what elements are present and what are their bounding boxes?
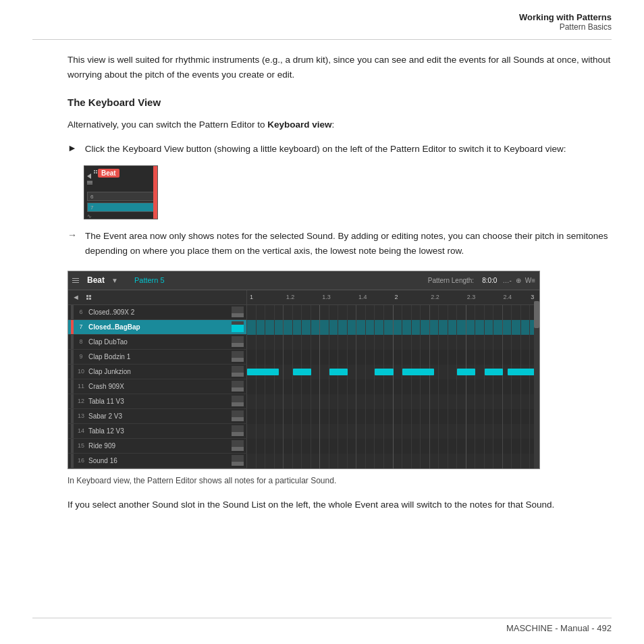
row-name-11: Crash 909X: [88, 383, 227, 390]
be-secondrow: ◄ 1 1.2 1.3 1.4 2: [68, 290, 539, 305]
be-scrollbar-thumb[interactable]: [534, 301, 539, 328]
row-num-15: 15: [76, 442, 86, 449]
row-num-12: 12: [76, 398, 86, 404]
row-vel-6: [232, 306, 244, 317]
row-num-13: 13: [76, 412, 86, 419]
row-strip-14: [71, 424, 74, 438]
result-arrow-icon: →: [68, 230, 77, 240]
result-text: The Event area now only shows notes for …: [85, 229, 612, 258]
row-strip-12: [71, 394, 74, 408]
be-icon-plus[interactable]: ⊕: [516, 277, 521, 284]
row-name-6: Closed..909X 2: [88, 308, 227, 316]
row-left-13: 13Sabar 2 V3: [68, 409, 247, 423]
row-vel-10: [232, 366, 244, 377]
result-item: → The Event area now only shows notes fo…: [68, 229, 612, 258]
row-vel-14: [232, 425, 244, 436]
be-icons-right: …- ⊕ W≡: [502, 277, 535, 284]
snippet-inner: Beat: [84, 165, 158, 219]
page-header: Working with Patterns Pattern Basics: [519, 12, 612, 32]
sound-row-14[interactable]: 14Tabla 12 V3: [68, 424, 539, 439]
row-grid-11: [247, 379, 539, 394]
page-container: Working with Patterns Pattern Basics Thi…: [0, 0, 644, 644]
be-icon-dash[interactable]: …-: [502, 277, 511, 284]
be-pattern-label: Pattern 5: [134, 276, 165, 284]
row-grid-12: [247, 394, 539, 409]
row-strip-6: [71, 305, 74, 319]
row-left-14: 14Tabla 12 V3: [68, 424, 247, 438]
be-icon-wave[interactable]: W≡: [525, 277, 535, 284]
chapter-title: Working with Patterns: [519, 12, 612, 22]
snippet-hamburger-icon: [87, 181, 92, 184]
row-grid-8: [247, 335, 539, 350]
snippet-right-bar: [153, 166, 157, 219]
main-content: This view is well suited for rhythmic in…: [68, 53, 612, 532]
keyboard-view-heading: The Keyboard View: [68, 97, 612, 108]
row-num-14: 14: [76, 427, 86, 434]
row-left-16: 16Sound 16: [68, 454, 247, 468]
row-events-9: [247, 350, 539, 365]
be-topbar: Beat ▼ Pattern 5 Pattern Length: 8:0:0 ……: [68, 271, 539, 290]
sound-row-7[interactable]: 7Closed..BagBap: [68, 320, 539, 335]
sound-row-9[interactable]: 9Clap Bodzin 1: [68, 350, 539, 365]
row-left-8: 8Clap DubTao: [68, 335, 247, 349]
sound-row-12[interactable]: 12Tabla 11 V3: [68, 394, 539, 409]
sound-row-8[interactable]: 8Clap DubTao: [68, 335, 539, 350]
sound-row-15[interactable]: 15Ride 909: [68, 439, 539, 454]
page-footer: MASCHINE - Manual - 492: [506, 623, 612, 633]
sound-row-6[interactable]: 6Closed..909X 2: [68, 305, 539, 320]
snippet-row-7-num: 7: [90, 205, 93, 211]
keyboard-view-intro: Alternatively, you can switch the Patter…: [68, 117, 612, 132]
row-name-9: Clap Bodzin 1: [88, 353, 227, 360]
bullet-item: ► Click the Keyboard View button (showin…: [68, 142, 612, 157]
ruler-mark-12: 1.2: [286, 294, 295, 300]
be-pattern-length-value: 8:0:0: [482, 277, 497, 284]
sound-row-10[interactable]: 10Clap Junkzion: [68, 365, 539, 379]
snippet-left-icons: [87, 181, 92, 184]
be-left-panel: ◄: [68, 290, 247, 304]
row-left-12: 12Tabla 11 V3: [68, 394, 247, 408]
row-num-8: 8: [76, 338, 86, 345]
intro-text-2: :: [331, 119, 334, 130]
row-name-12: Tabla 11 V3: [88, 398, 227, 405]
intro-paragraph: This view is well suited for rhythmic in…: [68, 53, 612, 82]
row-grid-10: [247, 365, 539, 379]
row-name-8: Clap DubTao: [88, 338, 227, 346]
row-strip-7: [71, 320, 74, 334]
row-left-11: 11Crash 909X: [68, 379, 247, 394]
row-name-13: Sabar 2 V3: [88, 412, 227, 420]
ruler-mark-14: 1.4: [358, 294, 367, 300]
be-left-menu-icon: [72, 278, 79, 283]
beat-editor-caption: In Keyboard view, the Pattern Editor sho…: [68, 476, 612, 485]
row-vel-12: [232, 396, 244, 406]
bullet-arrow-icon: ►: [68, 142, 77, 153]
row-grid-9: [247, 350, 539, 365]
row-num-11: 11: [76, 383, 86, 390]
row-grid-16: [247, 454, 539, 468]
row-grid-6: [247, 305, 539, 320]
row-name-10: Clap Junkzion: [88, 368, 227, 375]
row-name-15: Ride 909: [88, 442, 227, 450]
sound-row-16[interactable]: 16Sound 16: [68, 454, 539, 468]
sound-row-11[interactable]: 11Crash 909X: [68, 379, 539, 394]
row-num-9: 9: [76, 353, 86, 360]
row-vel-11: [232, 381, 244, 392]
section-title: Pattern Basics: [519, 22, 612, 32]
row-left-7: 7Closed..BagBap: [68, 320, 247, 334]
row-num-10: 10: [76, 368, 86, 375]
row-strip-11: [71, 379, 74, 394]
be-speaker-icon: ◄: [72, 293, 80, 301]
ui-snippet: Beat: [84, 165, 158, 219]
row-events-13: [247, 409, 539, 424]
row-events-11: [247, 379, 539, 394]
be-scrollbar[interactable]: [534, 301, 539, 468]
bottom-divider: [32, 618, 612, 618]
ruler-mark-13: 1.3: [322, 294, 331, 300]
row-vel-9: [232, 351, 244, 362]
snippet-row-6: 6: [87, 192, 155, 201]
row-num-6: 6: [76, 308, 86, 315]
row-strip-9: [71, 350, 74, 364]
row-grid-15: [247, 439, 539, 454]
row-name-7: Closed..BagBap: [88, 323, 227, 331]
sound-row-13[interactable]: 13Sabar 2 V3: [68, 409, 539, 424]
be-sound-rows: 6Closed..909X 27Closed..BagBap8Clap DubT…: [68, 305, 539, 468]
